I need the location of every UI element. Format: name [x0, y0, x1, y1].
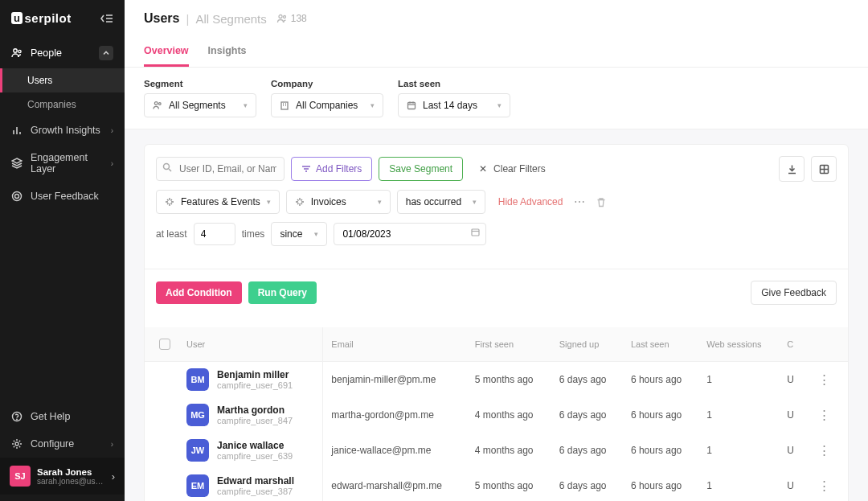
more-icon[interactable]: ⋯ — [569, 195, 590, 208]
row-last-seen: 6 hours ago — [623, 397, 698, 433]
row-menu-icon[interactable]: ⋮ — [813, 478, 835, 492]
svg-point-9 — [15, 195, 19, 199]
collapse-sidebar-icon[interactable] — [100, 14, 113, 23]
building-icon — [280, 101, 289, 110]
since-dropdown[interactable]: since ▾ — [271, 222, 327, 246]
table-row[interactable]: JW Janice wallace campfire_user_639 jani… — [145, 433, 848, 468]
svg-rect-22 — [408, 103, 416, 109]
col-user: User — [178, 327, 323, 362]
save-segment-button[interactable]: Save Segment — [379, 157, 463, 181]
svg-point-14 — [283, 16, 285, 18]
svg-point-26 — [164, 164, 170, 170]
row-email: benjamin-miller@pm.me — [323, 362, 467, 398]
svg-point-4 — [18, 50, 21, 52]
table-row[interactable]: BM Benjamin miller campfire_user_691 ben… — [145, 362, 848, 398]
chevron-up-icon[interactable] — [99, 46, 113, 60]
row-first-seen: 5 months ago — [467, 468, 551, 501]
row-web-sessions: 1 — [698, 362, 779, 398]
brand-text: serpilot — [24, 11, 71, 25]
nav-engagement-layer[interactable]: Engagement Layer › — [0, 144, 125, 183]
columns-button[interactable] — [811, 156, 837, 182]
row-first-seen: 5 months ago — [467, 362, 551, 398]
table-row[interactable]: EM Edward marshall campfire_user_387 edw… — [145, 468, 848, 501]
row-last-seen: 6 hours ago — [623, 362, 698, 398]
count: 138 — [291, 13, 307, 24]
calendar-icon[interactable] — [471, 228, 480, 236]
nav-people[interactable]: People — [0, 38, 125, 68]
nav-users[interactable]: Users — [0, 68, 125, 92]
row-c: U — [779, 468, 805, 501]
condition-dropdown[interactable]: has occurred ▾ — [397, 190, 485, 214]
row-user-name: Martha gordon — [217, 404, 293, 416]
row-user-name: Edward marshall — [217, 475, 294, 487]
dropdown-value: since — [280, 228, 302, 240]
segment-name: All Segments — [195, 12, 266, 26]
add-condition-button[interactable]: Add Condition — [156, 281, 242, 304]
row-email: edward-marshall@pm.me — [323, 468, 467, 501]
nav-label: User Feedback — [31, 191, 99, 202]
nav-user-feedback[interactable]: User Feedback — [0, 183, 125, 210]
clear-filters-button[interactable]: ✕ Clear Filters — [469, 158, 555, 180]
people-icon — [153, 101, 162, 110]
attribute-dropdown[interactable]: Features & Events ▾ — [156, 190, 280, 214]
col-web-sessions: Web sessions — [698, 327, 779, 362]
nav-companies[interactable]: Companies — [0, 92, 125, 117]
svg-point-11 — [17, 419, 18, 420]
current-user[interactable]: SJ Sarah Jones sarah.jones@userpil… › — [0, 458, 125, 495]
svg-line-27 — [169, 169, 171, 171]
users-table: User Email First seen Signed up Last see… — [145, 327, 848, 501]
select-all-checkbox[interactable] — [159, 339, 170, 350]
add-filters-button[interactable]: Add Filters — [291, 157, 372, 181]
hide-advanced-link[interactable]: Hide Advanced — [498, 196, 563, 207]
company-filter-dropdown[interactable]: All Companies ▾ — [271, 93, 383, 117]
trash-icon[interactable] — [596, 197, 606, 207]
nav-label: Growth Insights — [31, 125, 100, 136]
nav-growth-insights[interactable]: Growth Insights › — [0, 117, 125, 144]
chevron-right-icon: › — [112, 470, 115, 483]
row-user-name: Janice wallace — [217, 440, 293, 451]
tab-overview[interactable]: Overview — [144, 37, 189, 67]
row-last-seen: 6 hours ago — [623, 433, 698, 468]
col-email: Email — [323, 327, 467, 362]
row-menu-icon[interactable]: ⋮ — [813, 372, 835, 386]
target-icon — [11, 191, 23, 202]
lastseen-filter-dropdown[interactable]: Last 14 days ▾ — [398, 93, 510, 117]
nav: People Users Companies Growth Insights ›… — [0, 33, 125, 403]
nav-configure[interactable]: Configure › — [0, 430, 125, 458]
row-menu-icon[interactable]: ⋮ — [813, 408, 835, 421]
event-dropdown[interactable]: Invoices ▾ — [286, 190, 391, 214]
search-input[interactable] — [156, 157, 285, 181]
chevron-down-icon: ▾ — [371, 101, 375, 109]
chevron-down-icon: ▾ — [378, 198, 382, 206]
count-input[interactable] — [194, 223, 235, 245]
page-title: Users — [144, 11, 179, 26]
row-email: martha-gordon@pm.me — [323, 397, 467, 433]
give-feedback-button[interactable]: Give Feedback — [751, 281, 837, 305]
nav-get-help[interactable]: Get Help — [0, 403, 125, 430]
main-content: Users | All Segments 138 Overview Insigh… — [125, 0, 868, 501]
row-signed-up: 6 days ago — [551, 468, 623, 501]
logo-badge: u — [11, 12, 23, 24]
col-signed-up: Signed up — [551, 327, 623, 362]
at-least-label: at least — [156, 228, 187, 240]
svg-point-16 — [159, 103, 162, 105]
segment-filter-dropdown[interactable]: All Segments ▾ — [144, 93, 256, 117]
tab-insights[interactable]: Insights — [208, 37, 247, 67]
svg-point-3 — [14, 49, 17, 52]
download-button[interactable] — [779, 156, 805, 182]
row-signed-up: 6 days ago — [551, 397, 623, 433]
table-row[interactable]: MG Martha gordon campfire_user_847 marth… — [145, 397, 848, 433]
row-menu-icon[interactable]: ⋮ — [813, 443, 835, 457]
svg-rect-17 — [281, 102, 288, 109]
row-user-id: campfire_user_847 — [217, 416, 293, 425]
row-c: U — [779, 433, 805, 468]
user-name: Sarah Jones — [37, 467, 105, 477]
nav-label: Get Help — [31, 411, 70, 422]
svg-point-15 — [154, 102, 158, 105]
sparkle-icon — [295, 197, 305, 207]
run-query-button[interactable]: Run Query — [248, 281, 317, 304]
date-input[interactable] — [334, 223, 486, 245]
row-web-sessions: 1 — [698, 468, 779, 501]
bar-chart-icon — [11, 125, 23, 136]
chevron-down-icon: ▾ — [267, 198, 271, 206]
